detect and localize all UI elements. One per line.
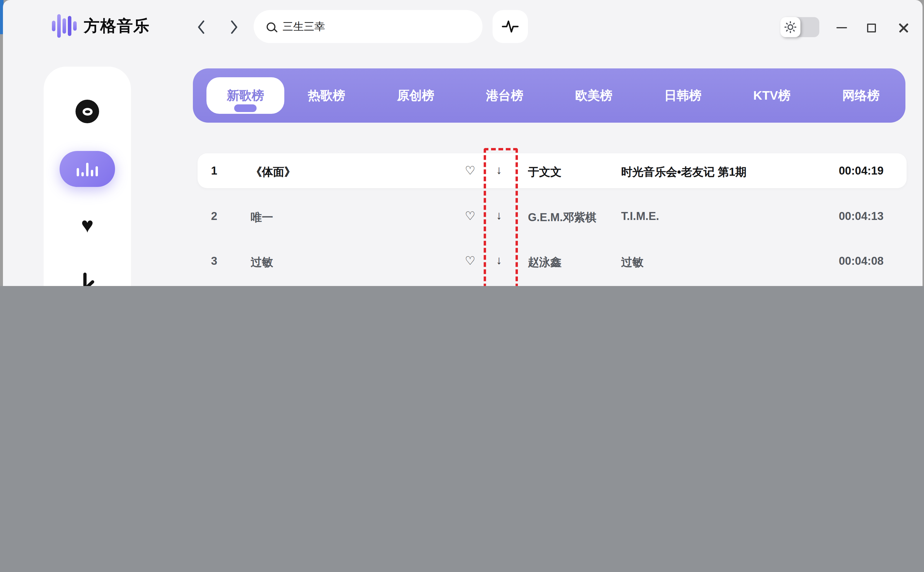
record-icon: [76, 99, 99, 123]
sidebar-item-downloads[interactable]: [44, 264, 131, 286]
tab-ktv[interactable]: KTV榜: [727, 68, 817, 123]
sidebar: ♥: [44, 67, 131, 286]
tab-label: 原创榜: [397, 87, 434, 104]
theme-toggle[interactable]: [780, 17, 819, 37]
heart-icon: ♥: [81, 214, 94, 236]
screen: 方格音乐 三生三幸: [0, 0, 924, 286]
song-rank: 1: [202, 165, 226, 177]
back-button[interactable]: [192, 18, 211, 37]
audio-recognize-icon: [501, 19, 519, 34]
song-artist[interactable]: G.E.M.邓紫棋: [528, 210, 616, 225]
song-album[interactable]: T.I.M.E.: [621, 210, 816, 223]
tab-original[interactable]: 原创榜: [371, 68, 460, 123]
search-icon: [267, 22, 275, 31]
tab-label: 港台榜: [486, 87, 523, 104]
theme-toggle-knob: [780, 17, 800, 37]
app-logo: 方格音乐: [52, 13, 150, 39]
charts-icon: [77, 162, 98, 176]
song-title[interactable]: 《体面》: [251, 165, 457, 180]
favorite-heart-icon[interactable]: ♡: [465, 253, 475, 268]
song-album[interactable]: 过敏: [621, 255, 816, 270]
tab-new-songs-card[interactable]: 新歌榜: [207, 77, 284, 114]
favorite-heart-icon[interactable]: ♡: [465, 163, 475, 177]
tab-hk-tw[interactable]: 港台榜: [460, 68, 549, 123]
minimize-button[interactable]: [833, 19, 851, 37]
sidebar-item-favorites[interactable]: ♥: [44, 208, 131, 243]
search-value: 三生三幸: [283, 19, 325, 34]
active-tab-indicator: [234, 104, 257, 112]
tab-hot-songs[interactable]: 热歌榜: [282, 68, 371, 123]
close-button[interactable]: [895, 19, 913, 37]
tab-label: 欧美榜: [575, 87, 612, 104]
tab-western[interactable]: 欧美榜: [549, 68, 638, 123]
song-album[interactable]: 时光音乐会•老友记 第1期: [621, 165, 816, 180]
song-rank: 3: [202, 255, 226, 268]
tab-label: 网络榜: [842, 87, 879, 104]
tab-label: 新歌榜: [227, 87, 264, 104]
app-title: 方格音乐: [84, 16, 150, 37]
download-icon[interactable]: ↓: [496, 163, 502, 177]
song-artist[interactable]: 于文文: [528, 165, 616, 180]
tab-network[interactable]: 网络榜: [817, 68, 905, 123]
favorite-heart-icon[interactable]: ♡: [465, 209, 475, 223]
forward-chevron-icon: [229, 19, 240, 35]
app-window: 方格音乐 三生三幸: [3, 0, 922, 286]
minimize-icon: [837, 27, 847, 29]
song-duration: 00:04:19: [824, 165, 884, 177]
song-duration: 00:04:13: [824, 210, 884, 223]
song-duration: 00:04:08: [824, 255, 884, 268]
search-input[interactable]: 三生三幸: [254, 10, 482, 43]
forward-button[interactable]: [225, 18, 244, 37]
sidebar-item-charts-active[interactable]: [59, 151, 115, 187]
audio-recognize-button[interactable]: [493, 10, 528, 43]
logo-waveform-icon: [52, 13, 77, 39]
maximize-icon: [867, 23, 876, 32]
tab-label: KTV榜: [753, 87, 790, 104]
maximize-button[interactable]: [862, 19, 880, 37]
tab-label: 日韩榜: [664, 87, 702, 104]
tab-new-songs[interactable]: 新歌榜: [193, 68, 282, 123]
close-icon: [898, 22, 909, 33]
sidebar-item-record[interactable]: [44, 94, 131, 129]
sun-theme-icon: [784, 21, 796, 33]
song-artist[interactable]: 赵泳鑫: [528, 255, 616, 270]
download-icon[interactable]: ↓: [496, 209, 502, 222]
download-arrow-icon: [79, 272, 95, 286]
back-chevron-icon: [196, 19, 207, 35]
tab-jp-kr[interactable]: 日韩榜: [638, 68, 727, 123]
song-title[interactable]: 唯一: [251, 210, 457, 225]
song-rank: 2: [202, 210, 226, 223]
tab-label: 热歌榜: [308, 87, 345, 104]
chart-tabs: 新歌榜 热歌榜 原创榜 港台榜 欧美榜 日韩榜 KTV榜 网络榜: [193, 68, 905, 123]
song-title[interactable]: 过敏: [251, 255, 457, 270]
download-icon[interactable]: ↓: [496, 253, 502, 267]
